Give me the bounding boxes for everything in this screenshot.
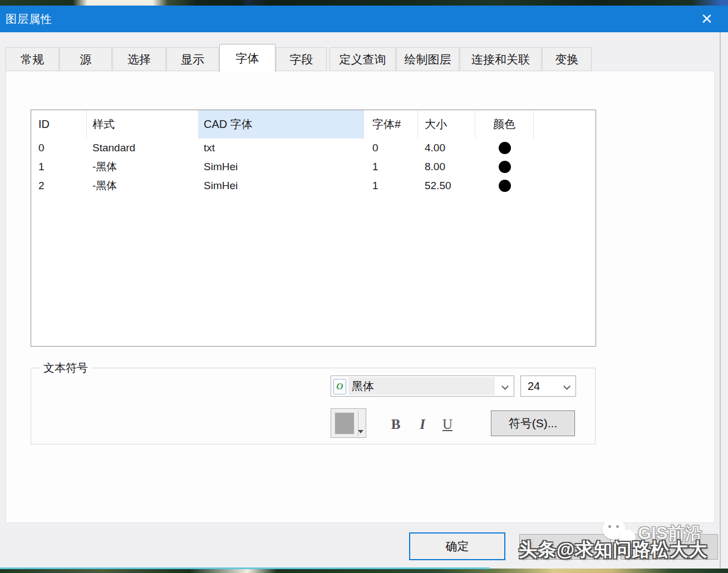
opentype-font-icon: O (333, 379, 346, 394)
tab-transform[interactable]: 变换 (542, 47, 592, 71)
text-color-swatch (334, 412, 355, 435)
tab-display[interactable]: 显示 (166, 47, 219, 71)
table-row[interactable]: 1 -黑体 SimHei 1 8.00 (31, 157, 596, 176)
close-icon[interactable]: ✕ (695, 9, 719, 29)
font-size-value: 24 (521, 380, 540, 393)
text-symbol-group: 文本符号 O 黑体 24 B I U 符号(S)... (31, 368, 596, 444)
text-color-picker[interactable] (331, 408, 366, 438)
header-spacer (534, 110, 596, 139)
font-dropdown-value: 黑体 (352, 379, 374, 394)
tab-fonts[interactable]: 字体 (219, 44, 276, 72)
dialog-titlebar[interactable]: 图层属性 ✕ (0, 6, 728, 32)
header-size[interactable]: 大小 (418, 110, 475, 139)
tab-selection[interactable]: 选择 (112, 47, 166, 71)
color-swatch (499, 161, 511, 173)
dialog-title: 图层属性 (6, 6, 52, 32)
layer-properties-dialog: 图层属性 ✕ 常规 源 选择 显示 字体 字段 定义查询 绘制图层 连接和关联 … (0, 0, 728, 573)
table-row[interactable]: 0 Standard txt 0 4.00 (31, 139, 596, 157)
font-dropdown[interactable]: O 黑体 (331, 376, 514, 397)
ok-button[interactable]: 确定 (409, 532, 505, 560)
text-symbol-group-label: 文本符号 (40, 360, 91, 376)
font-size-dropdown[interactable]: 24 (520, 376, 576, 397)
chevron-down-icon[interactable] (501, 383, 509, 390)
header-id[interactable]: ID (31, 110, 87, 139)
symbol-button[interactable]: 符号(S)... (491, 411, 575, 436)
table-row[interactable]: 2 -黑体 SimHei 1 52.50 (31, 176, 596, 195)
font-style-table[interactable]: ID 样式 CAD 字体 字体# 大小 颜色 0 Standard txt 0 … (31, 110, 596, 347)
chevron-down-icon[interactable] (563, 383, 570, 390)
dropdown-arrow-icon[interactable] (358, 430, 363, 433)
tab-fields[interactable]: 字段 (276, 47, 327, 71)
tab-drawing-layers[interactable]: 绘制图层 (396, 47, 459, 71)
header-color[interactable]: 颜色 (475, 110, 534, 139)
background-photo-strip-top (0, 0, 728, 6)
header-cad-font[interactable]: CAD 字体 (199, 110, 364, 139)
background-photo-strip-bottom (0, 569, 728, 573)
header-style[interactable]: 样式 (87, 110, 199, 139)
dialog-edge (720, 32, 721, 569)
color-swatch (499, 180, 511, 192)
table-header-row: ID 样式 CAD 字体 字体# 大小 颜色 (31, 110, 596, 139)
tab-definition-query[interactable]: 定义查询 (329, 47, 396, 71)
color-swatch (499, 142, 511, 154)
italic-button[interactable]: I (414, 415, 431, 434)
tab-general[interactable]: 常规 (6, 47, 59, 71)
header-font-num[interactable]: 字体# (364, 110, 418, 139)
underline-button[interactable]: U (439, 415, 456, 434)
tab-joins-relates[interactable]: 连接和关联 (460, 47, 542, 71)
bold-button[interactable]: B (387, 415, 404, 434)
tab-source[interactable]: 源 (60, 47, 112, 71)
watermark-text: 头条@求知问路松大大 (519, 537, 707, 562)
